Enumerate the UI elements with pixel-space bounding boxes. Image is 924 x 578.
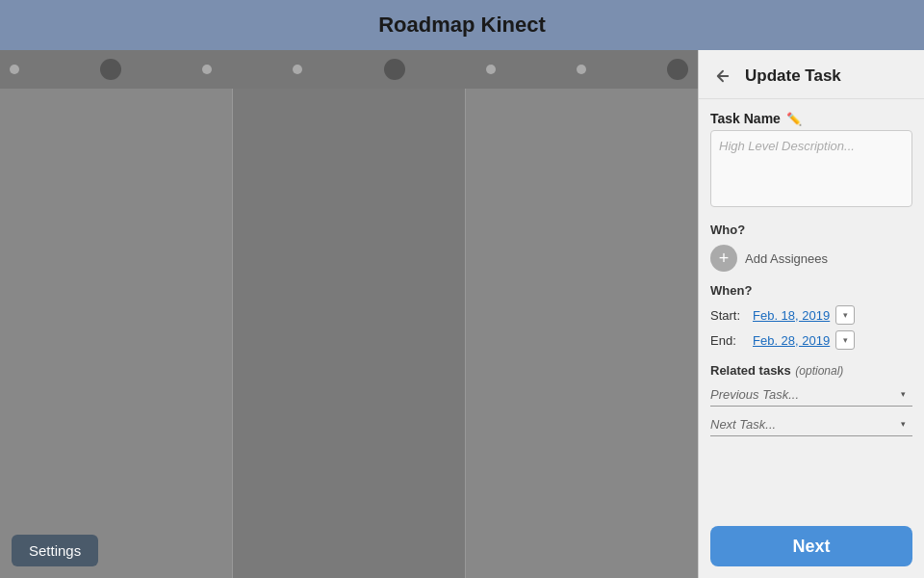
panel-header: Update Task — [699, 50, 924, 99]
timeline-dot — [577, 65, 586, 74]
previous-task-dropdown-icon[interactable]: ▾ — [893, 384, 912, 404]
timeline-dot — [486, 65, 496, 74]
start-date-dropdown[interactable]: ▾ — [835, 305, 855, 325]
related-tasks-label: Related tasks — [710, 363, 791, 378]
roadmap-col-2 — [233, 89, 466, 578]
timeline-dot — [10, 65, 19, 74]
main-area: Settings Update Task Task Name ✏️ Who? + — [0, 50, 924, 578]
timeline-dot — [667, 59, 688, 80]
next-task-row[interactable]: Next Task... ▾ — [710, 414, 912, 436]
end-date-row: End: Feb. 28, 2019 ▾ — [710, 330, 912, 350]
pencil-icon[interactable]: ✏️ — [786, 112, 802, 126]
settings-button[interactable]: Settings — [12, 535, 98, 566]
page-title: Roadmap Kinect — [378, 13, 546, 38]
previous-task-row[interactable]: Previous Task... ▾ — [710, 384, 912, 407]
related-tasks-section: Related tasks (optional) Previous Task..… — [710, 361, 912, 436]
timeline-row — [0, 50, 698, 89]
start-date[interactable]: Feb. 18, 2019 — [753, 308, 830, 323]
assignees-row: + Add Assignees — [710, 245, 912, 272]
task-name-label: Task Name ✏️ — [710, 111, 912, 126]
roadmap-col-3 — [466, 89, 698, 578]
end-date-dropdown[interactable]: ▾ — [835, 330, 855, 350]
when-section: Start: Feb. 18, 2019 ▾ End: Feb. 28, 201… — [710, 305, 912, 350]
who-label: Who? — [710, 223, 912, 237]
next-button[interactable]: Next — [710, 526, 912, 566]
back-button[interactable] — [710, 64, 735, 89]
when-label: When? — [710, 283, 912, 298]
roadmap-area: Settings — [0, 50, 698, 578]
roadmap-columns — [0, 89, 698, 578]
timeline-dot — [100, 59, 121, 80]
timeline-dot — [293, 65, 302, 74]
next-task-dropdown-icon[interactable]: ▾ — [893, 414, 912, 434]
end-label: End: — [710, 333, 747, 348]
task-name-input[interactable] — [710, 130, 912, 207]
panel-footer: Next — [699, 518, 924, 578]
panel-content: Task Name ✏️ Who? + Add Assignees When? … — [699, 99, 924, 518]
timeline-dot — [202, 65, 212, 74]
update-task-panel: Update Task Task Name ✏️ Who? + Add Assi… — [698, 50, 924, 578]
previous-task-placeholder: Previous Task... — [710, 387, 889, 402]
header: Roadmap Kinect — [0, 0, 924, 50]
end-date[interactable]: Feb. 28, 2019 — [753, 333, 830, 348]
start-label: Start: — [710, 308, 747, 323]
timeline-dot — [384, 59, 405, 80]
panel-title: Update Task — [745, 66, 841, 86]
start-date-row: Start: Feb. 18, 2019 ▾ — [710, 305, 912, 325]
next-task-placeholder: Next Task... — [710, 417, 889, 432]
add-assignee-button[interactable]: + — [710, 245, 737, 272]
roadmap-col-1 — [0, 89, 233, 578]
add-assignees-label: Add Assignees — [745, 251, 828, 266]
related-tasks-optional: (optional) — [795, 364, 843, 378]
